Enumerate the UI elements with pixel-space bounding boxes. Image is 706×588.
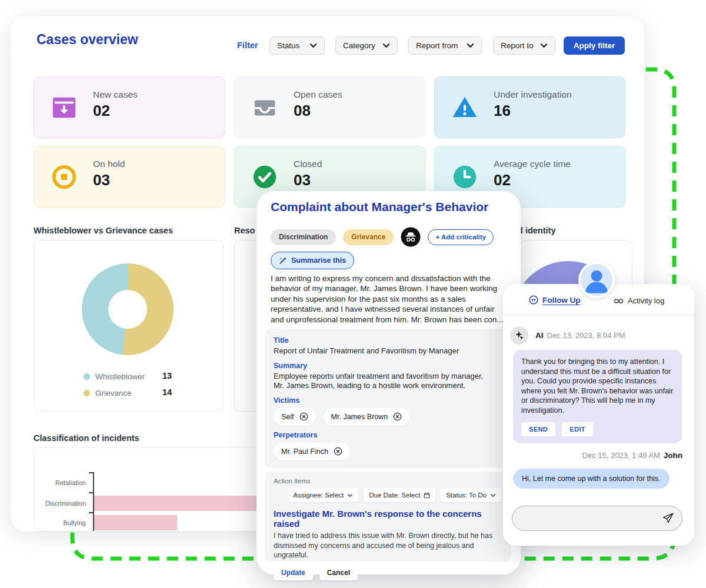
tag-grievance[interactable]: Grievance (343, 229, 394, 245)
action-item-heading: Investigate Mr. Brown's response to the … (274, 509, 502, 529)
due-date-select[interactable]: Due Date: Select (364, 488, 435, 502)
stat-value: 03 (294, 171, 311, 189)
remove-x-circle-icon[interactable] (393, 412, 402, 421)
update-button[interactable]: Update (274, 566, 313, 580)
legend-label: Whistleblower (95, 372, 145, 381)
summary-label: Summary (274, 362, 502, 370)
perpetrators-section: Perpetrators Mr. Paul Finch (274, 431, 502, 460)
report-to-dropdown[interactable]: Report to (493, 36, 555, 55)
legend-item: Grievance (84, 389, 132, 397)
axis-tick (89, 512, 93, 513)
person-icon (581, 264, 612, 296)
remove-x-circle-icon[interactable] (334, 447, 342, 456)
follow-up-incognito-icon (529, 295, 538, 305)
action-items-label: Action items (274, 477, 502, 485)
donut-ring (82, 263, 174, 355)
donut-chart-card: Whistleblower 13 Grievance 14 (34, 240, 224, 412)
ai-spark-icon (514, 330, 524, 340)
identity-chart-title-fragment: d identity (518, 226, 555, 235)
axis-tick (89, 492, 93, 493)
send-icon[interactable] (662, 512, 674, 524)
tab-follow-up[interactable]: Follow Up (529, 295, 581, 305)
legend-value: 14 (162, 387, 172, 397)
status-select[interactable]: Status: To Do (441, 488, 501, 502)
stat-card-on-hold: On hold 03 (34, 146, 225, 208)
edit-button[interactable]: EDIT (562, 422, 593, 436)
user-avatar (578, 262, 615, 298)
calendar-icon (424, 492, 430, 499)
status-dropdown-label: Status (277, 41, 299, 50)
complaint-title: Complaint about Manager's Behavior (271, 200, 488, 214)
stat-label: On hold (93, 159, 125, 169)
action-item-description: I have tried to address this issue with … (274, 531, 508, 560)
message-timestamp: Dec 13, 2023, 8:04 PM (547, 331, 625, 340)
stat-label: New cases (93, 89, 138, 100)
stat-value: 03 (93, 171, 110, 189)
clock-icon (451, 163, 478, 191)
chevron-down-icon (382, 43, 390, 48)
cancel-button[interactable]: Cancel (319, 566, 358, 580)
ai-avatar (510, 326, 528, 345)
stat-label: Open cases (294, 89, 342, 100)
activity-log-icon (614, 298, 624, 304)
victims-section: Victims Self Mr. James Brown (274, 396, 502, 426)
axis-tick (89, 531, 93, 532)
follow-up-panel: Follow Up Activity log AI Dec 13, 2023, … (503, 284, 694, 546)
anonymous-incognito-icon (401, 227, 421, 247)
summarise-button[interactable]: Summarise this (271, 252, 354, 269)
page: Cases overview Filter Status Category Re… (0, 0, 706, 588)
title-value: Report of Unfair Treatment and Favoritis… (274, 346, 502, 356)
summary-section: Summary Employee reports unfair treatmen… (274, 362, 502, 391)
action-item-selects: Assignee: Select Due Date: Select Status… (274, 488, 501, 502)
stat-card-open-cases: Open cases 08 (234, 76, 425, 138)
perpetrators-label: Perpetrators (274, 431, 502, 439)
victim-chip[interactable]: Mr. James Brown (324, 408, 410, 426)
tab-follow-up-label: Follow Up (542, 296, 581, 305)
title-label: Title (274, 336, 502, 345)
remove-x-circle-icon[interactable] (299, 412, 308, 421)
message-timestamp: Dec 15, 2023, 1:49 AM (582, 451, 660, 460)
bar-chart-title: Classification of incidents (34, 433, 139, 443)
tab-activity-log-label: Activity log (628, 296, 664, 305)
axis-tick (89, 472, 93, 473)
status-select-label: Status: To Do (446, 492, 487, 499)
victim-name: Self (281, 413, 294, 421)
inbox-tray-icon (251, 94, 278, 121)
stat-value: 02 (93, 102, 110, 120)
bar-category-label: Bullying (34, 519, 86, 526)
filter-label: Filter (237, 41, 258, 50)
check-circle-icon (251, 163, 278, 191)
summary-value: Employee reports unfair treatment and fa… (274, 372, 491, 391)
page-title: Cases overview (36, 32, 138, 48)
bar-category-label: Retaliation (34, 479, 86, 486)
complaint-body: I am writing to express my concern and d… (271, 273, 508, 325)
perpetrator-chip[interactable]: Mr. Paul Finch (274, 443, 350, 460)
john-message-meta: Dec 15, 2023, 1:49 AM John (582, 451, 682, 460)
stat-label: Average cycle time (494, 159, 571, 169)
send-button[interactable]: SEND (521, 422, 555, 436)
assignee-select[interactable]: Assignee: Select (288, 488, 359, 502)
stat-card-new-cases: New cases 02 (34, 76, 225, 138)
victims-label: Victims (274, 396, 502, 405)
report-from-dropdown[interactable]: Report from (408, 36, 482, 55)
complaint-modal: Complaint about Manager's Behavior Discr… (257, 191, 521, 574)
warning-triangle-icon (451, 94, 478, 121)
tab-activity-log[interactable]: Activity log (614, 296, 664, 305)
category-dropdown[interactable]: Category (335, 36, 398, 55)
chevron-down-icon (467, 43, 474, 48)
report-from-dropdown-label: Report from (416, 41, 458, 50)
message-input[interactable] (521, 509, 658, 529)
stat-label: Under investigation (494, 89, 572, 100)
status-dropdown[interactable]: Status (269, 36, 325, 55)
tag-discrimination[interactable]: Discrimination (271, 229, 336, 245)
stat-value: 16 (494, 102, 511, 120)
apply-filter-button[interactable]: Apply filter (564, 36, 625, 55)
victim-chip[interactable]: Self (274, 408, 316, 426)
ai-message-text: Thank you for bringing this to my attent… (521, 357, 674, 416)
title-section: Title Report of Unfair Treatment and Fav… (274, 336, 502, 356)
add-criticality-button[interactable]: + Add criticality (428, 229, 494, 245)
chevron-down-icon (347, 493, 353, 497)
stat-card-under-investigation: Under investigation 16 (434, 76, 625, 138)
action-items-block: Action items Assignee: Select Due Date: … (265, 472, 511, 562)
sender-name: AI (535, 331, 544, 340)
